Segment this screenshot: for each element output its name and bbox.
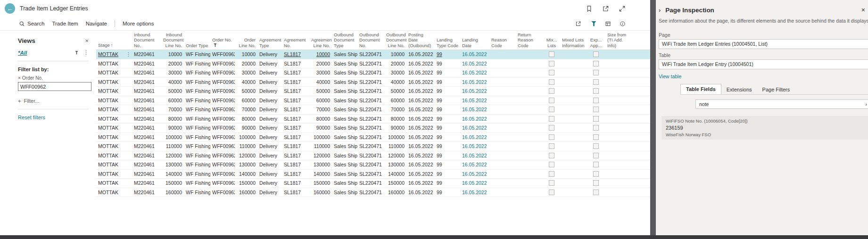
cell-mixed_lots_information[interactable]	[560, 124, 587, 132]
cell-inbound_document_line_no[interactable]: 60000	[161, 96, 184, 105]
cell-inbound_document_line_no[interactable]: 110000	[161, 142, 184, 151]
view-all-item[interactable]: *All	[18, 50, 27, 56]
cell-stage[interactable]: MOTTAK	[96, 68, 132, 77]
trade-item-menu[interactable]: Trade Item	[52, 21, 78, 26]
cell-return_reason_code[interactable]	[516, 188, 543, 197]
cell-order_type[interactable]: WF Fishing ...	[184, 170, 210, 179]
cell-landing_type_code[interactable]: 99	[435, 170, 460, 179]
cell-outbound_document_type[interactable]: Sales Ship...	[332, 96, 357, 105]
cell-agreement_no[interactable]: SL1817	[282, 96, 309, 105]
cell-reason_code[interactable]	[489, 179, 516, 188]
cell-outbound_document_line_no[interactable]: 50000	[384, 87, 406, 96]
cell-posting_date_outbound[interactable]: 16.05.2022	[406, 50, 435, 59]
cell-inbound_document_line_no[interactable]: 130000	[161, 160, 184, 169]
cell-mixed_lots_information[interactable]	[560, 151, 587, 160]
cell-reason_code[interactable]	[489, 87, 516, 96]
cell-agreement_line_no[interactable]: 60000	[309, 96, 332, 105]
cell-inbound_document_line_no[interactable]: 120000	[161, 151, 184, 160]
cell-mixed_lots_information[interactable]	[560, 160, 587, 169]
cell-order_type[interactable]: WF Fishing ...	[184, 87, 210, 96]
cell-outbound_document_type[interactable]: Sales Ship...	[332, 124, 357, 132]
cell-inbound_document_no[interactable]: M220461	[132, 105, 161, 114]
cell-outbound_document_type[interactable]: Sales Ship...	[332, 188, 357, 197]
cell-reason_code[interactable]	[489, 115, 516, 124]
cell-stage[interactable]: MOTTAK	[96, 179, 132, 188]
cell-outbound_document_no[interactable]: SL220471	[357, 142, 384, 151]
cell-outbound_document_no[interactable]: SL220471	[357, 170, 384, 179]
cell-order_no[interactable]: WFF00962	[210, 151, 235, 160]
exp_app-checkbox[interactable]	[593, 98, 599, 103]
cell-return_reason_code[interactable]	[516, 78, 543, 87]
cell-outbound_document_no[interactable]: SL220471	[357, 160, 384, 169]
exp_app-checkbox[interactable]	[593, 153, 599, 158]
table-row[interactable]: MOTTAKM220461150000WF Fishing ...WFF0096…	[96, 179, 650, 188]
cell-outbound_document_line_no[interactable]: 80000	[384, 115, 406, 124]
cell-posting_date_outbound[interactable]: 16.05.2022	[406, 133, 435, 142]
cell-size_from_ti_add_info[interactable]	[605, 105, 633, 114]
cell-mix_lots[interactable]	[543, 170, 560, 179]
cell-landing_type_code[interactable]: 99	[435, 87, 460, 96]
cell-inbound_document_line_no[interactable]: 50000	[161, 87, 184, 96]
cell-exp_app[interactable]	[587, 124, 605, 132]
cell-inbound_document_no[interactable]: M220461	[132, 59, 161, 68]
cell-outbound_document_no[interactable]: SL220471	[357, 96, 384, 105]
cell-order_type[interactable]: WF Fishing ...	[184, 59, 210, 68]
cell-order_line_no[interactable]: 70000	[235, 105, 257, 114]
cell-order_no[interactable]: WFF00962	[210, 124, 235, 132]
cell-inbound_document_line_no[interactable]: 40000	[161, 78, 184, 87]
cell-size_from_ti_add_info[interactable]	[605, 115, 633, 124]
mix_lots-checkbox[interactable]	[549, 98, 554, 103]
cell-outbound_document_line_no[interactable]: 100000	[384, 133, 406, 142]
cell-posting_date_outbound[interactable]: 16.05.2022	[406, 188, 435, 197]
cell-stage[interactable]: MOTTAK	[96, 170, 132, 179]
cell-landing_date[interactable]: 16.05.2022	[460, 170, 489, 179]
cell-agreement_no[interactable]: SL1817	[282, 115, 309, 124]
cell-exp_app[interactable]	[587, 151, 605, 160]
cell-exp_app[interactable]	[587, 160, 605, 169]
cell-inbound_document_line_no[interactable]: 80000	[161, 115, 184, 124]
cell-outbound_document_line_no[interactable]: 120000	[384, 151, 406, 160]
cell-mixed_lots_information[interactable]	[560, 59, 587, 68]
cell-size_from_ti_add_info[interactable]	[605, 170, 633, 179]
cell-return_reason_code[interactable]	[516, 142, 543, 151]
cell-posting_date_outbound[interactable]: 16.05.2022	[406, 151, 435, 160]
cell-posting_date_outbound[interactable]: 16.05.2022	[406, 115, 435, 124]
cell-inbound_document_no[interactable]: M220461	[132, 142, 161, 151]
search-chevron-icon[interactable]: ›	[865, 101, 867, 107]
cell-reason_code[interactable]	[489, 78, 516, 87]
cell-outbound_document_no[interactable]: SL220471	[357, 59, 384, 68]
table-row[interactable]: MOTTAKM22046120000WF Fishing ...WFF00962…	[96, 59, 650, 69]
cell-landing_type_code[interactable]: 99	[435, 59, 460, 68]
cell-reason_code[interactable]	[489, 133, 516, 142]
cell-agreement_line_no[interactable]: 140000	[309, 170, 332, 179]
cell-mix_lots[interactable]	[543, 59, 560, 68]
column-header-agreement_no[interactable]: Agreement No.	[282, 37, 309, 48]
order-no-filter-input[interactable]	[18, 82, 91, 91]
column-header-order_type[interactable]: Order Type	[184, 43, 210, 48]
column-header-landing_type_code[interactable]: Landing Type Code	[435, 37, 460, 48]
cell-outbound_document_line_no[interactable]: 160000	[384, 188, 406, 197]
cell-order_no[interactable]: WFF00962	[210, 160, 235, 169]
cell-outbound_document_no[interactable]: SL220471	[357, 151, 384, 160]
cell-order_type[interactable]: WF Fishing ...	[184, 50, 210, 59]
cell-return_reason_code[interactable]	[516, 115, 543, 124]
cell-reason_code[interactable]	[489, 170, 516, 179]
cell-exp_app[interactable]	[587, 59, 605, 68]
cell-inbound_document_no[interactable]: M220461	[132, 50, 161, 59]
cell-agreement_no[interactable]: SL1817	[282, 68, 309, 77]
cell-mix_lots[interactable]	[543, 151, 560, 160]
exp_app-checkbox[interactable]	[593, 171, 599, 177]
mix_lots-checkbox[interactable]	[549, 88, 554, 94]
column-header-size_from_ti_add_info[interactable]: Size from (TI Add. Info)	[605, 32, 633, 48]
cell-mix_lots[interactable]	[543, 68, 560, 77]
cell-order_line_no[interactable]: 110000	[235, 142, 257, 151]
cell-agreement_no[interactable]: SL1817	[282, 170, 309, 179]
cell-order_type[interactable]: WF Fishing ...	[184, 68, 210, 77]
table-row[interactable]: MOTTAKM22046150000WF Fishing ...WFF00962…	[96, 87, 650, 96]
table-row[interactable]: MOTTAKM22046140000WF Fishing ...WFF00962…	[96, 78, 650, 87]
column-header-agreement_type[interactable]: Agreement Type	[257, 37, 282, 48]
cell-order_type[interactable]: WF Fishing ...	[184, 151, 210, 160]
column-header-mix_lots[interactable]: Mix... Lots	[543, 37, 560, 48]
cell-order_line_no[interactable]: 10000	[235, 50, 257, 59]
cell-order_no[interactable]: WFF00962	[210, 142, 235, 151]
